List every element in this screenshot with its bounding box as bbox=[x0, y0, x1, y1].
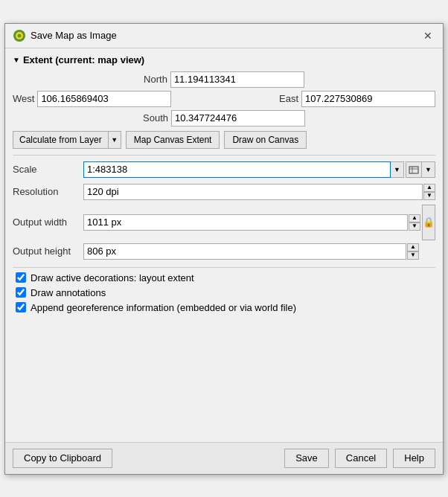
scale-map-button[interactable] bbox=[406, 161, 422, 178]
scale-map-dropdown-arrow[interactable]: ▼ bbox=[422, 161, 435, 178]
west-group: West bbox=[13, 91, 171, 107]
close-button[interactable]: ✕ bbox=[420, 28, 435, 43]
west-label: West bbox=[13, 93, 34, 104]
help-button[interactable]: Help bbox=[393, 449, 435, 468]
resolution-label: Resolution bbox=[13, 186, 83, 197]
output-width-row: Output width ▲ ▼ 🔒 bbox=[13, 205, 435, 240]
map-icon bbox=[409, 164, 419, 175]
resolution-spin-up[interactable]: ▲ bbox=[423, 184, 435, 192]
save-map-dialog: Save Map as Image ✕ ▼ Extent (current: m… bbox=[4, 23, 444, 475]
annotations-checkbox[interactable] bbox=[16, 287, 26, 298]
scale-input[interactable] bbox=[83, 161, 391, 178]
west-input[interactable] bbox=[37, 91, 171, 107]
output-width-label: Output width bbox=[13, 217, 83, 228]
resolution-spin-down[interactable]: ▼ bbox=[423, 192, 435, 200]
qgis-icon bbox=[13, 29, 26, 42]
divider-1 bbox=[13, 155, 435, 155]
checkbox-row-1: Draw active decorations: layout extent bbox=[13, 272, 435, 283]
extent-header: ▼ Extent (current: map view) bbox=[13, 54, 435, 65]
checkbox-row-3: Append georeference information (embedde… bbox=[13, 302, 435, 313]
output-height-input-wrap: ▲ ▼ bbox=[83, 243, 435, 260]
bottom-area: Copy to Clipboard Save Cancel Help bbox=[5, 442, 443, 474]
copy-clipboard-button[interactable]: Copy to Clipboard bbox=[13, 449, 112, 468]
output-width-input[interactable] bbox=[83, 214, 408, 231]
output-height-input[interactable] bbox=[83, 243, 406, 260]
svg-point-2 bbox=[18, 33, 22, 37]
output-height-row: Output height ▲ ▼ bbox=[13, 243, 435, 260]
resolution-input-wrap: ▲ ▼ bbox=[83, 184, 435, 200]
south-input[interactable] bbox=[171, 110, 305, 126]
content-area bbox=[13, 317, 435, 436]
extent-buttons: Calculate from Layer ▼ Map Canvas Extent… bbox=[13, 131, 435, 149]
output-height-label: Output height bbox=[13, 246, 83, 257]
output-width-input-wrap: ▲ ▼ 🔒 bbox=[83, 205, 435, 240]
scale-dropdown-arrow[interactable]: ▼ bbox=[391, 161, 404, 178]
calc-layer-dropdown: Calculate from Layer ▼ bbox=[13, 131, 121, 149]
cancel-button[interactable]: Cancel bbox=[335, 449, 387, 468]
collapse-icon[interactable]: ▼ bbox=[13, 56, 20, 64]
output-height-spin-down[interactable]: ▼ bbox=[407, 251, 419, 260]
map-canvas-extent-button[interactable]: Map Canvas Extent bbox=[126, 131, 220, 149]
georeference-label: Append georeference information (embedde… bbox=[31, 302, 296, 313]
east-group: East bbox=[279, 91, 435, 107]
extent-section: ▼ Extent (current: map view) North West … bbox=[13, 54, 435, 149]
aspect-lock-button[interactable]: 🔒 bbox=[422, 205, 435, 240]
output-height-spin-up[interactable]: ▲ bbox=[407, 243, 419, 251]
output-height-spinner: ▲ ▼ bbox=[407, 243, 419, 260]
checkboxes-area: Draw active decorations: layout extent D… bbox=[13, 272, 435, 313]
east-input[interactable] bbox=[301, 91, 435, 107]
scale-combo: ▼ ▼ bbox=[83, 161, 435, 178]
divider-2 bbox=[13, 267, 435, 268]
scale-label: Scale bbox=[13, 164, 83, 175]
north-row: North bbox=[13, 71, 435, 88]
title-bar: Save Map as Image ✕ bbox=[5, 24, 443, 48]
output-width-spin-down[interactable]: ▼ bbox=[409, 222, 420, 231]
resolution-row: Resolution ▲ ▼ bbox=[13, 182, 435, 202]
calc-layer-dropdown-arrow[interactable]: ▼ bbox=[108, 131, 121, 149]
north-label: North bbox=[144, 74, 167, 85]
output-width-spinner: ▲ ▼ bbox=[409, 214, 420, 231]
title-bar-left: Save Map as Image bbox=[13, 29, 117, 42]
calc-layer-button[interactable]: Calculate from Layer bbox=[13, 131, 108, 149]
save-button[interactable]: Save bbox=[284, 449, 329, 468]
scale-row: Scale ▼ ▼ bbox=[13, 160, 435, 179]
north-input[interactable] bbox=[170, 71, 304, 88]
resolution-input[interactable] bbox=[83, 184, 423, 200]
decorations-label: Draw active decorations: layout extent bbox=[31, 272, 194, 283]
west-east-row: West East bbox=[13, 91, 435, 107]
svg-rect-3 bbox=[409, 167, 418, 173]
dialog-title: Save Map as Image bbox=[31, 30, 117, 41]
georeference-checkbox[interactable] bbox=[16, 302, 26, 312]
resolution-spinner: ▲ ▼ bbox=[423, 184, 435, 200]
east-label: East bbox=[279, 93, 298, 104]
south-label: South bbox=[143, 112, 168, 124]
south-row: South bbox=[13, 110, 435, 126]
extent-label: Extent (current: map view) bbox=[23, 54, 144, 65]
checkbox-row-2: Draw annotations bbox=[13, 287, 435, 298]
decorations-checkbox[interactable] bbox=[16, 272, 26, 283]
annotations-label: Draw annotations bbox=[31, 287, 106, 298]
output-rows: Output width ▲ ▼ 🔒 Output height ▲ ▼ bbox=[13, 205, 435, 263]
draw-on-canvas-button[interactable]: Draw on Canvas bbox=[224, 131, 307, 149]
output-width-spin-up[interactable]: ▲ bbox=[409, 214, 420, 222]
dialog-body: ▼ Extent (current: map view) North West … bbox=[5, 48, 443, 442]
